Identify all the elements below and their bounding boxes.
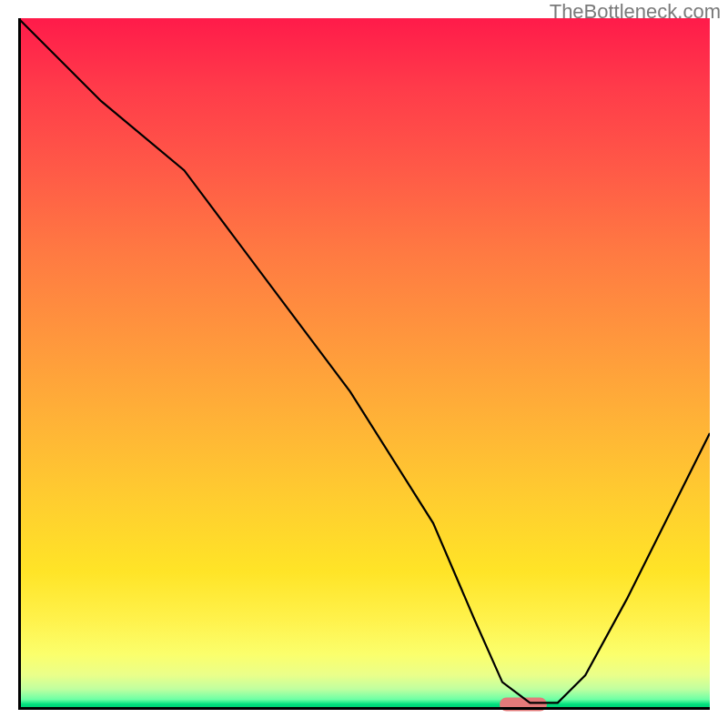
y-axis: [18, 18, 21, 710]
x-axis: [18, 707, 710, 710]
plot-area: [18, 18, 710, 710]
bottleneck-curve: [18, 18, 710, 710]
chart-frame: TheBottleneck.com: [0, 0, 728, 728]
watermark-text: TheBottleneck.com: [550, 0, 721, 24]
